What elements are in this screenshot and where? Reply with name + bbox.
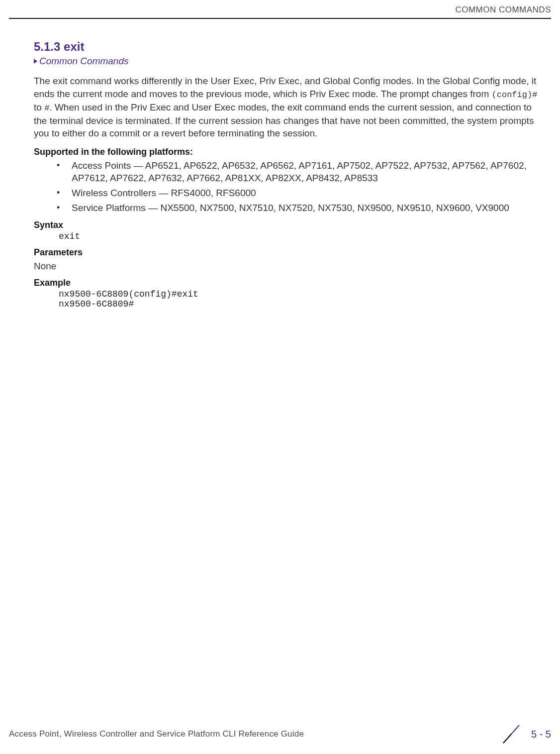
description-paragraph: The exit command works differently in th… [34, 75, 545, 140]
page: COMMON COMMANDS 5.1.3 exit Common Comman… [0, 0, 560, 754]
breadcrumb-link[interactable]: Common Commands [39, 56, 129, 67]
page-number: 5 - 5 [531, 729, 551, 740]
page-header: COMMON COMMANDS [0, 0, 560, 19]
running-head: COMMON COMMANDS [0, 5, 560, 18]
syntax-heading: Syntax [34, 220, 545, 230]
syntax-code: exit [59, 231, 545, 241]
breadcrumb: Common Commands [34, 56, 545, 67]
para-text: to [34, 102, 44, 112]
section-heading: 5.1.3 exit [34, 40, 545, 54]
slash-icon [500, 723, 522, 745]
supported-list: Access Points — AP6521, AP6522, AP6532, … [34, 159, 545, 215]
inline-code: (config)# [492, 90, 538, 100]
svg-line-1 [503, 734, 511, 743]
para-text: . When used in the Priv Exec and User Ex… [34, 102, 534, 139]
footer-right: 5 - 5 [500, 723, 551, 745]
example-code: nx9500-6C8809(config)#exit nx9500-6C8809… [59, 289, 545, 309]
page-content: 5.1.3 exit Common Commands The exit comm… [34, 40, 545, 309]
supported-heading: Supported in the following platforms: [34, 147, 545, 157]
example-heading: Example [34, 278, 545, 288]
footer-title: Access Point, Wireless Controller and Se… [9, 729, 304, 739]
para-text: The exit command works differently in th… [34, 76, 536, 99]
triangle-right-icon [34, 59, 37, 64]
parameters-heading: Parameters [34, 247, 545, 258]
list-item: Wireless Controllers — RFS4000, RFS6000 [57, 187, 545, 200]
list-item: Access Points — AP6521, AP6522, AP6532, … [57, 159, 545, 185]
header-rule [9, 18, 551, 19]
inline-code: # [44, 104, 49, 113]
parameters-value: None [34, 261, 545, 272]
page-footer: Access Point, Wireless Controller and Se… [9, 723, 551, 745]
list-item: Service Platforms — NX5500, NX7500, NX75… [57, 202, 545, 215]
